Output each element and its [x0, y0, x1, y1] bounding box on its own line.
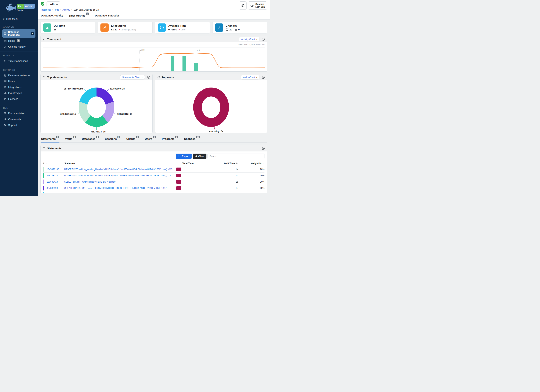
metric-card-average-time: Average Time0.79ms↗0ms [155, 22, 210, 34]
weight-value: 20% [238, 174, 265, 177]
metric-card-text: DB Time5s [54, 24, 65, 31]
tab-label: Databases [82, 137, 95, 140]
statement-id-link[interactable]: 326238714 [47, 174, 58, 177]
collapse-panel-icon[interactable] [262, 38, 265, 41]
sidebar-item-time-comparison[interactable]: Time Comparison [2, 58, 35, 64]
change-marker-label: ⇄ 2 [197, 49, 200, 51]
sidebar-section-help: HELPDocumentationCommunitySupport [0, 104, 38, 130]
tab-label: Statements [41, 137, 56, 140]
statement-id-link[interactable]: 887898099 [47, 187, 58, 189]
tab-badge: 2 [153, 136, 156, 138]
column-header-weight[interactable]: Weight % [238, 162, 265, 165]
sidebar-item-change-history[interactable]: Change History [2, 44, 35, 50]
statement-text-link[interactable]: UPSERT INTO vehicle_location_histories V… [64, 174, 176, 177]
sidebar-item-database-instances[interactable]: Database Instances [2, 73, 35, 78]
logo-wordmark: DB marlin Starter [17, 4, 35, 12]
metric-card-db-time: DB Time5s [40, 22, 95, 34]
detail-tab-programs[interactable]: Programs2 [161, 136, 178, 143]
collapse-panel-icon[interactable] [262, 76, 265, 79]
server-icon [4, 80, 7, 83]
chevron-down-icon [56, 3, 58, 6]
statement-id-link[interactable]: 1845898166 [47, 168, 59, 171]
search-input[interactable] [208, 154, 265, 159]
breadcrumb-instances[interactable]: Instances [41, 8, 51, 11]
metric-value: 0.79ms [168, 28, 177, 31]
instance-selector-button[interactable]: crdb [47, 1, 60, 7]
panel-title: Time spent [47, 38, 237, 41]
wait-time-value: 1s [194, 168, 238, 171]
tab-database-activity[interactable]: Database Activity [40, 13, 64, 19]
export-button[interactable]: Export [176, 154, 192, 159]
clear-button[interactable]: ↺ Clear [193, 154, 206, 159]
changes-info-count: 20 [229, 28, 232, 31]
metric-cards-row: DB Time5sExecutions6,320↗2,830 (123%)Ave… [40, 22, 267, 34]
line-chart-icon [100, 24, 109, 32]
detail-tab-databases[interactable]: Databases1 [81, 136, 99, 143]
sidebar-item-documentation[interactable]: Documentation [2, 110, 35, 116]
metric-card-title: Changes [226, 24, 240, 27]
sidebar-item-integrations[interactable]: Integrations [2, 84, 35, 90]
topbar: crdb Instances›crdb›Activity›13th Jan 14… [38, 0, 270, 12]
copy-link-button[interactable] [239, 1, 246, 10]
sidebar-item-label: Hosts [8, 39, 15, 42]
total-time-cell [176, 186, 194, 190]
activity-chart-select[interactable]: Activity Chart▾ [239, 37, 260, 41]
time-range-button[interactable]: Custom 13th Jan [248, 1, 267, 10]
content: DB Time5sExecutions6,320↗2,830 (123%)Ave… [38, 20, 270, 196]
total-time-cell [176, 168, 194, 171]
clock-icon [250, 4, 254, 8]
sidebar-item-community[interactable]: Community [2, 116, 35, 122]
detail-tab-sessions[interactable]: Sessions2 [105, 136, 120, 143]
main-area: crdb Instances›crdb›Activity›13th Jan 14… [38, 0, 270, 196]
total-time-bar [176, 193, 181, 193]
hide-menu-button[interactable]: « Hide Menu [0, 15, 38, 23]
statement-id-link[interactable]: 139638413 [47, 181, 58, 183]
column-header-label: Total Time [182, 162, 194, 165]
activity-chart: ⇄ 18⇄ 2 [43, 46, 265, 72]
breadcrumb-separator-icon: › [52, 8, 53, 11]
statement-id-cell: 326238714 [43, 173, 64, 178]
edition-label: Starter [17, 9, 35, 12]
statement-color-chip [43, 179, 44, 184]
column-header-statement[interactable]: Statement [64, 162, 176, 165]
detail-tab-clients[interactable]: Clients2 [126, 136, 139, 143]
sidebar-item-label: Event Types [8, 92, 22, 94]
tab-database-statistics[interactable]: Database Statistics [95, 13, 120, 19]
sidebar-item-hosts[interactable]: Hosts [2, 78, 35, 84]
total-time-bar [176, 168, 181, 171]
breadcrumb-activity[interactable]: Activity [62, 8, 70, 11]
column-header-total-time[interactable]: Total Time [176, 162, 194, 165]
table-header-row: #StatementTotal TimeWait TimeWeight % [43, 161, 265, 166]
column-header-wait-time[interactable]: Wait Time [194, 162, 238, 165]
sidebar-item-label: Support [8, 124, 17, 127]
detail-tab-changes[interactable]: Changes20 [184, 136, 200, 143]
charts-row: Top statements Statements Chart▾ 8878980… [40, 74, 267, 133]
statements-chart-select[interactable]: Statements Chart▾ [120, 75, 145, 79]
wait-time-value: 1s [194, 187, 238, 189]
metric-card-text: Average Time0.79ms↗0ms [168, 24, 186, 31]
statement-text-link[interactable]: UPSERT INTO vehicle_location_histories V… [64, 168, 176, 171]
sidebar-item-label: Database Instances [8, 74, 30, 77]
collapse-panel-icon[interactable] [262, 147, 265, 150]
statement-text-link[interactable]: SELECT city, id FROM vehicles WHERE city… [64, 181, 176, 183]
sidebar-item-licences[interactable]: Licences [2, 96, 35, 102]
statement-text-link[interactable]: CREATE STATISTICS __auto__ FROM [63] WIT… [64, 187, 176, 189]
tab-badge: 5 [56, 136, 59, 138]
detail-tab-statements[interactable]: Statements5 [41, 136, 60, 143]
server-icon [4, 39, 7, 42]
sidebar-item-support[interactable]: Support [2, 122, 35, 128]
donut-slice-label: 287474436: 999ms [64, 88, 83, 90]
sidebar-item-event-types[interactable]: Event Types [2, 90, 35, 96]
sidebar-section-analysis: ANALYSISDatabase Instances1Hosts0Change … [0, 23, 38, 52]
collapse-panel-icon[interactable] [147, 76, 150, 79]
detail-tab-users[interactable]: Users2 [145, 136, 156, 143]
tab-host-metrics[interactable]: Host Metrics0 [69, 13, 89, 19]
sidebar-item-database-instances[interactable]: Database Instances1 [2, 29, 35, 38]
breadcrumb-crdb[interactable]: crdb [55, 8, 59, 11]
waits-chart-select[interactable]: Waits Chart▾ [241, 75, 260, 79]
detail-tab-waits[interactable]: Waits1 [65, 136, 76, 143]
column-header-[interactable]: # [43, 162, 64, 165]
sidebar-item-hosts[interactable]: Hosts0 [2, 38, 35, 44]
panel-title: Top statements [47, 76, 118, 79]
support-icon [4, 124, 7, 127]
